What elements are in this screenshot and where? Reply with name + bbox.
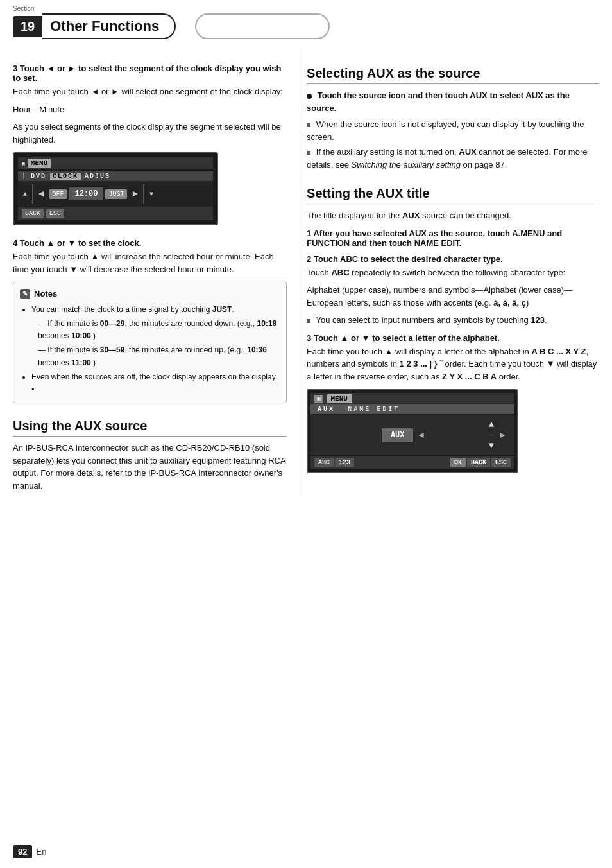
step4-body: Each time you touch ▲ will increase the … bbox=[13, 250, 287, 275]
screen2-abc-btn[interactable]: ABC bbox=[314, 458, 334, 467]
screen2-aux-label: AUX bbox=[382, 428, 414, 442]
step3-body3: As you select segments of the clock disp… bbox=[13, 121, 287, 146]
bullet-note2 bbox=[307, 151, 310, 155]
notes-list: You can match the clock to a time signal… bbox=[20, 304, 280, 395]
bullet-selecting bbox=[307, 94, 312, 99]
screen2-title: NAME EDIT bbox=[348, 406, 400, 413]
step3-heading-left: 3 Touch ◄ or ► to select the segment of … bbox=[13, 64, 281, 83]
section-title-box: Other Functions bbox=[42, 13, 176, 39]
right-step2-heading: 2 Touch ABC to select the desired charac… bbox=[307, 254, 503, 264]
right-step2-body1: Touch ABC repeatedly to switch between t… bbox=[307, 266, 599, 279]
screen2-ok-btn[interactable]: OK bbox=[450, 458, 466, 467]
bullet-step2-note bbox=[307, 319, 310, 323]
selecting-note2: If the auxiliary setting is not turned o… bbox=[307, 147, 587, 169]
setting-body: The title displayed for the AUX source c… bbox=[307, 209, 599, 222]
setting-heading: Setting the AUX title bbox=[307, 186, 599, 204]
screen1-esc: ESC bbox=[46, 209, 64, 218]
step3-body2: Hour—Minute bbox=[13, 103, 287, 116]
page-footer: 92 En bbox=[13, 845, 46, 858]
selecting-heading: Selecting AUX as the source bbox=[307, 66, 599, 84]
section-badge: 19 bbox=[13, 16, 42, 37]
screen2-123-btn[interactable]: 123 bbox=[335, 458, 354, 467]
screen1-clock: CLOCK bbox=[50, 173, 81, 180]
screen1-back: BACK bbox=[22, 209, 44, 218]
right-step3-heading: 3 Touch ▲ or ▼ to select a letter of the… bbox=[307, 333, 500, 343]
step3-body1: Each time you touch ◄ or ► will select o… bbox=[13, 85, 287, 98]
bullet-note1 bbox=[307, 123, 310, 127]
screen1-just: JUST bbox=[105, 189, 127, 199]
screen1-adjus: ADJUS bbox=[85, 173, 110, 180]
notes-box: ✎ Notes You can match the clock to a tim… bbox=[13, 282, 287, 403]
right-step2-body2: Alphabet (upper case), numbers and symbo… bbox=[307, 284, 599, 309]
header-right-box bbox=[195, 13, 330, 39]
screen2-source: AUX bbox=[314, 406, 338, 413]
page-number: 92 bbox=[13, 845, 32, 858]
step4-heading: 4 Touch ▲ or ▼ to set the clock. bbox=[13, 238, 141, 248]
screen2-esc-btn[interactable]: ESC bbox=[491, 458, 511, 467]
language-label: En bbox=[36, 847, 46, 856]
right-step2-note: You can select to input numbers and symb… bbox=[316, 315, 547, 325]
right-step1-heading: 1 After you have selected AUX as the sou… bbox=[307, 229, 562, 248]
using-body: An IP-BUS-RCA Interconnector such as the… bbox=[13, 442, 287, 492]
selecting-sub: Touch the source icon and then touch AUX… bbox=[307, 91, 570, 113]
using-heading: Using the AUX source bbox=[13, 419, 287, 437]
screen1-dvd: DVD bbox=[31, 173, 46, 180]
notes-icon: ✎ bbox=[20, 289, 30, 299]
selecting-note1: When the source icon is not displayed, y… bbox=[307, 119, 584, 142]
screen2-back-btn[interactable]: BACK bbox=[467, 458, 490, 467]
screen-mockup-1: ▣ MENU | DVD CLOCK ADJUS ▲ ◄ bbox=[13, 152, 218, 225]
screen1-off: OFF bbox=[49, 189, 67, 199]
screen1-time: 12:00 bbox=[69, 187, 103, 200]
right-step3-body: Each time you touch ▲ will display a let… bbox=[307, 345, 599, 383]
notes-title-text: Notes bbox=[34, 288, 57, 301]
section-label: Section bbox=[13, 5, 599, 12]
screen-mockup-2: ▣ MENU AUX NAME EDIT AUX ◄ ▲ bbox=[307, 389, 518, 473]
